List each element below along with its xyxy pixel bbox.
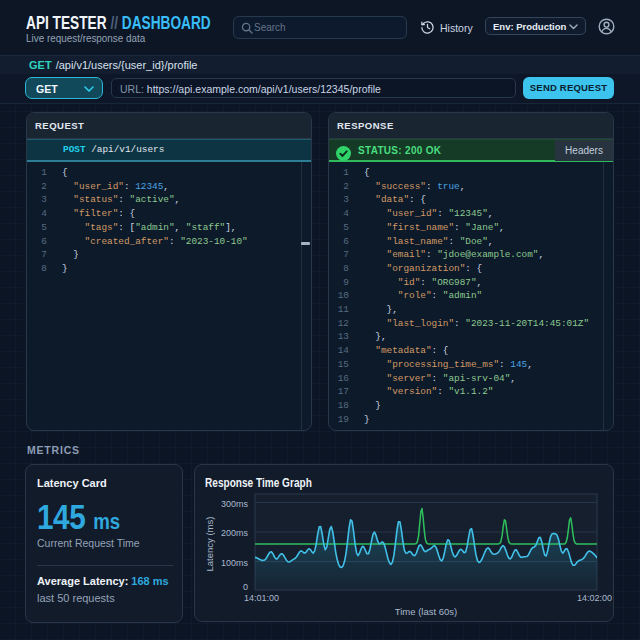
svg-text:100ms: 100ms [221, 558, 249, 568]
svg-text:Latency (ms): Latency (ms) [204, 517, 215, 572]
svg-text:0: 0 [243, 582, 248, 592]
svg-text:200ms: 200ms [221, 528, 249, 538]
svg-text:Time (last 60s): Time (last 60s) [395, 606, 457, 617]
svg-text:14:02:00: 14:02:00 [577, 593, 612, 603]
svg-text:300ms: 300ms [221, 499, 249, 509]
svg-text:14:01:00: 14:01:00 [244, 593, 279, 603]
